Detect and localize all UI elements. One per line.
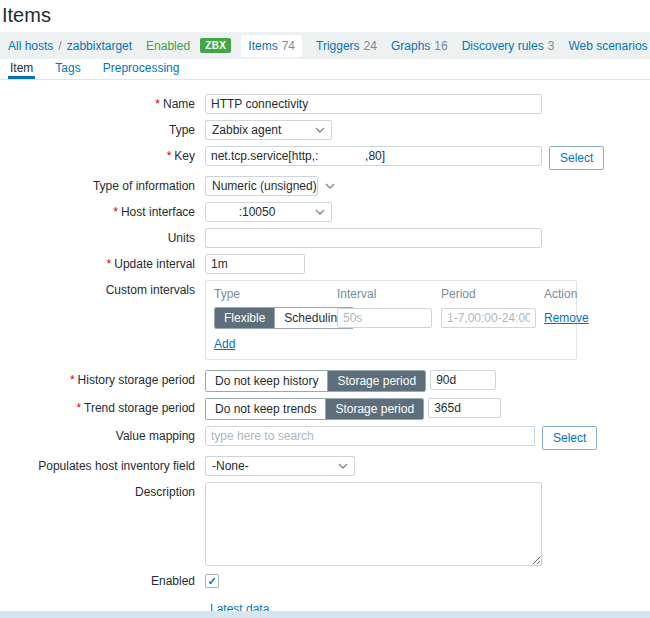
ci-header-interval: Interval <box>337 287 441 307</box>
page-title: Items <box>0 0 650 32</box>
inventory-field-value: -None- <box>212 459 249 473</box>
name-row: *Name <box>0 94 650 114</box>
triggers-count: 24 <box>364 39 377 53</box>
breadcrumb-separator: / <box>58 39 61 53</box>
host-interface-row: *Host interface :10050 <box>0 202 650 222</box>
discovery-rules-count: 3 <box>548 39 555 53</box>
enabled-label: Enabled <box>0 572 205 588</box>
type-of-information-value: Numeric (unsigned) <box>212 179 317 193</box>
host-status-label: Enabled <box>146 39 190 53</box>
enabled-checkbox[interactable]: ✓ <box>205 574 219 588</box>
required-marker: * <box>113 205 118 219</box>
type-select[interactable]: Zabbix agent <box>205 120 332 140</box>
breadcrumb-host[interactable]: zabbixtarget <box>67 39 132 53</box>
nav-item-triggers[interactable]: Triggers24 <box>316 39 377 53</box>
host-interface-label: Host interface <box>121 205 195 219</box>
host-interface-value: :10050 <box>212 205 275 219</box>
ci-interval-input[interactable] <box>337 308 432 328</box>
checkmark-icon: ✓ <box>207 575 216 588</box>
units-input[interactable] <box>205 228 542 248</box>
name-input[interactable] <box>205 94 542 114</box>
inventory-field-row: Populates host inventory field -None- <box>0 456 650 476</box>
nav-item-items[interactable]: Items74 <box>241 35 302 57</box>
custom-intervals-table: Type Interval Period Action Flexible Sch… <box>205 280 577 360</box>
chevron-down-icon <box>315 127 325 133</box>
units-label: Units <box>0 228 205 245</box>
custom-intervals-row: Custom intervals Type Interval Period Ac… <box>0 280 650 360</box>
key-row: *Key Select <box>0 146 650 170</box>
item-tabs: Item Tags Preprocessing <box>0 59 650 80</box>
enabled-row: Enabled ✓ <box>0 572 650 588</box>
trend-storage-input[interactable] <box>428 398 501 418</box>
description-textarea[interactable] <box>205 482 542 566</box>
description-row: Description <box>0 482 650 566</box>
history-do-not-keep-option[interactable]: Do not keep history <box>206 371 327 391</box>
value-mapping-label: Value mapping <box>0 426 205 443</box>
value-mapping-input[interactable] <box>205 426 535 446</box>
host-navigation-bar: All hosts / zabbixtarget Enabled ZBX Ite… <box>0 32 650 59</box>
trend-storage-label: Trend storage period <box>84 401 195 415</box>
update-interval-label: Update interval <box>114 257 195 271</box>
interval-type-toggle: Flexible Scheduling <box>214 307 354 329</box>
trend-do-not-keep-option[interactable]: Do not keep trends <box>206 399 325 419</box>
key-label: Key <box>174 149 195 163</box>
type-of-information-select[interactable]: Numeric (unsigned) <box>205 176 318 196</box>
type-label: Type <box>0 120 205 137</box>
item-form: *Name Type Zabbix agent *Key Select Type… <box>0 80 650 618</box>
custom-intervals-label: Custom intervals <box>0 280 205 297</box>
units-row: Units <box>0 228 650 248</box>
required-marker: * <box>107 257 112 271</box>
trend-storage-period-option[interactable]: Storage period <box>325 399 423 419</box>
interval-type-flexible[interactable]: Flexible <box>215 308 274 328</box>
type-select-value: Zabbix agent <box>212 123 281 137</box>
history-storage-row: *History storage period Do not keep hist… <box>0 370 650 392</box>
zbx-agent-badge: ZBX <box>200 38 231 53</box>
required-marker: * <box>167 149 172 163</box>
inventory-field-label: Populates host inventory field <box>0 456 205 473</box>
host-interface-select[interactable]: :10050 <box>205 202 332 222</box>
trend-storage-row: *Trend storage period Do not keep trends… <box>0 398 650 420</box>
chevron-down-icon <box>325 183 335 189</box>
ci-header-type: Type <box>214 287 337 307</box>
tab-tags[interactable]: Tags <box>53 59 82 79</box>
ci-header-action: Action <box>544 287 589 307</box>
ci-header-period: Period <box>441 287 544 307</box>
type-row: Type Zabbix agent <box>0 120 650 140</box>
name-label: Name <box>163 97 195 111</box>
ci-period-input[interactable] <box>441 308 536 328</box>
nav-item-web-scenarios[interactable]: Web scenarios <box>568 39 647 53</box>
next-section-edge <box>0 611 650 618</box>
chevron-down-icon <box>338 463 348 469</box>
chevron-down-icon <box>315 209 325 215</box>
nav-item-discovery-rules[interactable]: Discovery rules3 <box>462 39 555 53</box>
history-storage-period-option[interactable]: Storage period <box>327 371 425 391</box>
tab-preprocessing[interactable]: Preprocessing <box>101 59 182 79</box>
required-marker: * <box>76 401 81 415</box>
key-select-button[interactable]: Select <box>549 146 604 170</box>
trend-storage-toggle: Do not keep trends Storage period <box>205 398 424 420</box>
value-mapping-select-button[interactable]: Select <box>542 426 597 450</box>
ci-remove-link[interactable]: Remove <box>544 311 589 325</box>
description-label: Description <box>0 482 205 499</box>
breadcrumb-all-hosts[interactable]: All hosts <box>8 39 53 53</box>
inventory-field-select[interactable]: -None- <box>205 456 355 476</box>
type-of-information-label: Type of information <box>0 176 205 193</box>
update-interval-row: *Update interval <box>0 254 650 274</box>
history-storage-toggle: Do not keep history Storage period <box>205 370 426 392</box>
history-storage-input[interactable] <box>430 370 496 390</box>
required-marker: * <box>70 373 75 387</box>
update-interval-input[interactable] <box>205 254 305 274</box>
tab-item[interactable]: Item <box>8 59 35 79</box>
items-count: 74 <box>282 39 295 53</box>
value-mapping-row: Value mapping Select <box>0 426 650 450</box>
key-input[interactable] <box>205 146 542 166</box>
nav-item-graphs[interactable]: Graphs16 <box>391 39 448 53</box>
ci-add-link[interactable]: Add <box>214 337 235 351</box>
graphs-count: 16 <box>434 39 447 53</box>
type-of-information-row: Type of information Numeric (unsigned) <box>0 176 650 196</box>
history-storage-label: History storage period <box>78 373 195 387</box>
required-marker: * <box>155 97 160 111</box>
